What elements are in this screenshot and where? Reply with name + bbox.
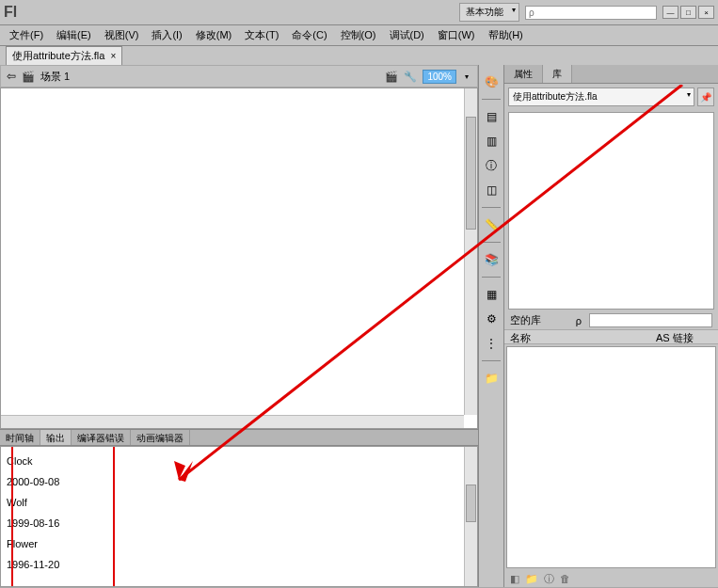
new-folder-icon[interactable]: 📁 — [525, 573, 538, 585]
transform-icon[interactable]: ◫ — [482, 181, 501, 199]
info-icon[interactable]: ⓘ — [482, 156, 501, 175]
dots-icon[interactable]: ⋮ — [482, 334, 501, 353]
menu-text[interactable]: 文本(T) — [239, 26, 284, 44]
tab-timeline[interactable]: 时间轴 — [0, 430, 40, 445]
folder-icon[interactable]: 📁 — [482, 369, 501, 388]
tab-properties[interactable]: 属性 — [504, 65, 543, 83]
menu-view[interactable]: 视图(V) — [99, 26, 145, 44]
vertical-scrollbar[interactable] — [464, 88, 477, 415]
menu-edit[interactable]: 编辑(E) — [51, 26, 97, 44]
new-symbol-icon[interactable]: ◧ — [510, 573, 519, 585]
app-logo: Fl — [4, 4, 32, 21]
library-search-input[interactable] — [589, 313, 712, 327]
tool-strip: 🎨 ▤ ▥ ⓘ ◫ 📏 📚 ▦ ⚙ ⋮ 📁 — [478, 65, 504, 587]
menu-window[interactable]: 窗口(W) — [432, 26, 481, 44]
gear-icon[interactable]: ⚙ — [482, 310, 501, 328]
search-box[interactable] — [525, 6, 657, 20]
output-line: Clock — [7, 451, 471, 471]
file-tab-close-icon[interactable]: × — [110, 51, 116, 61]
horizontal-scrollbar[interactable] — [1, 415, 464, 428]
column-name[interactable]: 名称 — [510, 331, 656, 342]
column-as-link[interactable]: AS 链接 — [656, 331, 712, 342]
tab-compiler-errors[interactable]: 编译器错误 — [72, 430, 131, 445]
scene-icon: 🎬 — [22, 71, 35, 83]
file-tab-name: 使用attribute方法.fla — [12, 49, 104, 63]
output-content: Clock 2000-09-08 Wolf 1999-08-16 Flower … — [1, 447, 477, 579]
back-button[interactable]: ⇦ — [7, 70, 16, 83]
output-line: Wolf — [7, 492, 471, 513]
output-line: Flower — [7, 533, 471, 554]
minimize-button[interactable]: — — [662, 6, 678, 19]
library-list[interactable] — [506, 346, 716, 568]
properties-icon[interactable]: ⓘ — [544, 572, 554, 586]
output-panel: Clock 2000-09-08 Wolf 1999-08-16 Flower … — [0, 446, 478, 587]
tab-motion-editor[interactable]: 动画编辑器 — [131, 430, 190, 445]
library-icon[interactable]: 📚 — [482, 250, 501, 269]
output-line: 1999-08-16 — [7, 513, 471, 533]
ruler-icon[interactable]: 📏 — [482, 215, 501, 234]
workspace-dropdown[interactable]: 基本功能 — [459, 3, 519, 22]
menu-control[interactable]: 控制(O) — [335, 26, 382, 44]
menu-modify[interactable]: 修改(M) — [190, 26, 238, 44]
library-toolbar: ◧ 📁 ⓘ 🗑 — [504, 570, 718, 587]
library-preview — [508, 112, 714, 310]
layers-icon[interactable]: ▥ — [482, 132, 501, 151]
edit-symbol-icon[interactable]: 🔧 — [404, 70, 417, 83]
scene-title: 场景 1 — [40, 70, 70, 84]
delete-icon[interactable]: 🗑 — [560, 573, 570, 584]
palette-icon[interactable]: 🎨 — [482, 72, 501, 91]
menu-help[interactable]: 帮助(H) — [483, 26, 529, 44]
stage-canvas[interactable] — [0, 87, 478, 429]
pin-library-icon[interactable]: 📌 — [697, 87, 714, 106]
output-scrollbar[interactable] — [464, 447, 477, 586]
search-icon: ρ — [576, 315, 582, 326]
maximize-button[interactable]: □ — [680, 6, 696, 19]
menu-debug[interactable]: 调试(D) — [384, 26, 430, 44]
document-icon[interactable]: ▦ — [482, 285, 501, 304]
search-input[interactable] — [529, 8, 653, 18]
edit-scene-icon[interactable]: 🎬 — [385, 70, 398, 83]
close-button[interactable]: × — [698, 6, 714, 19]
menu-command[interactable]: 命令(C) — [286, 26, 332, 44]
tab-output[interactable]: 输出 — [40, 430, 72, 445]
align-icon[interactable]: ▤ — [482, 107, 501, 126]
library-file-dropdown[interactable]: 使用attribute方法.fla — [508, 87, 694, 106]
menu-insert[interactable]: 插入(I) — [146, 26, 187, 44]
zoom-field[interactable]: 100% — [423, 70, 456, 84]
menu-bar: 文件(F) 编辑(E) 视图(V) 插入(I) 修改(M) 文本(T) 命令(C… — [0, 25, 718, 46]
tab-library[interactable]: 库 — [543, 65, 572, 83]
output-line: 1996-11-20 — [7, 554, 471, 575]
file-tab[interactable]: 使用attribute方法.fla × — [6, 46, 122, 65]
library-empty-label: 空的库 — [510, 313, 541, 327]
menu-file[interactable]: 文件(F) — [4, 26, 49, 44]
zoom-dropdown-icon[interactable]: ▾ — [462, 72, 471, 81]
output-line: 2000-09-08 — [7, 471, 471, 492]
